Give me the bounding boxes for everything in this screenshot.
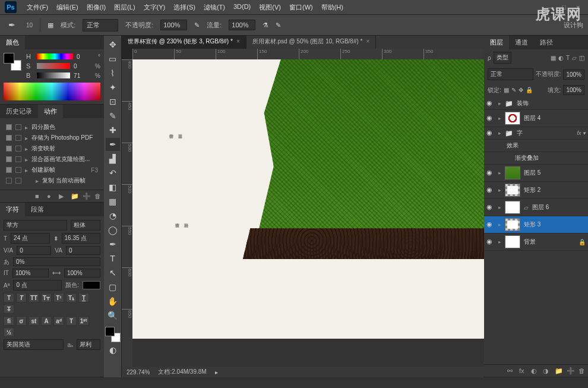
ligature-button[interactable]: fi	[4, 316, 14, 326]
brush-preset-icon[interactable]: ✒	[5, 18, 19, 31]
blend-mode-select[interactable]: 正常	[488, 68, 533, 80]
stylistic-button[interactable]: st	[29, 316, 39, 326]
antialias-select[interactable]: 犀利	[77, 339, 100, 350]
hue-slider[interactable]	[37, 53, 73, 59]
flow-input[interactable]: 100%	[229, 20, 255, 30]
tab-channels[interactable]: 通道	[509, 36, 534, 49]
eraser-tool[interactable]: ◧	[106, 181, 120, 194]
tab-layers[interactable]: 图层	[484, 36, 509, 49]
ornaments-button[interactable]: T	[66, 316, 77, 326]
action-dialog-toggle[interactable]	[15, 135, 21, 141]
eyedropper-tool[interactable]: ✎	[106, 109, 120, 122]
healing-tool[interactable]: ✚	[106, 124, 120, 137]
ruler-horizontal[interactable]: 050100150200250300350	[132, 49, 484, 59]
titling-button[interactable]: A	[41, 316, 52, 326]
blur-tool[interactable]: ◔	[106, 209, 120, 222]
layer-name[interactable]: 图层 5	[524, 169, 586, 177]
history-brush-tool[interactable]: ↶	[106, 166, 120, 179]
visibility-icon[interactable]	[486, 169, 495, 177]
group-icon[interactable]: 📁	[555, 367, 562, 374]
marquee-tool[interactable]: ▭	[106, 52, 120, 65]
pressure-opacity-icon[interactable]: ✎	[194, 21, 200, 29]
tracking-input[interactable]: 0	[66, 246, 100, 255]
filter-smart-icon[interactable]: ◫	[579, 55, 584, 61]
visibility-icon[interactable]	[486, 203, 495, 212]
link-icon[interactable]: ⚯	[507, 367, 514, 374]
layer-name[interactable]: 矩形 3	[524, 220, 586, 229]
layer-row[interactable]: ▸图层 4	[484, 110, 588, 127]
fraction-button[interactable]: ½	[4, 327, 14, 337]
oldstyle-button[interactable]: σ	[16, 316, 27, 326]
mask-icon[interactable]: ◐	[531, 367, 538, 374]
new-layer-icon[interactable]: ➕	[567, 367, 574, 374]
tab-character[interactable]: 字符	[0, 203, 25, 216]
menu-item[interactable]: 编辑(E)	[52, 3, 83, 12]
layer-row[interactable]: ▸▱图层 6	[484, 199, 588, 216]
lock-pixel-icon[interactable]: ✎	[511, 87, 516, 93]
fx-label[interactable]: fx ▾	[577, 130, 586, 136]
close-tab-icon[interactable]: ×	[366, 38, 369, 45]
tab-color[interactable]: 颜色	[0, 36, 25, 49]
font-weight-select[interactable]: 粗体	[71, 220, 100, 231]
menu-item[interactable]: 文字(Y)	[140, 3, 170, 12]
close-tab-icon[interactable]: ×	[236, 38, 240, 45]
layer-name[interactable]: 图层 6	[532, 203, 586, 212]
action-item[interactable]: ▸混合器画笔克隆绘图...	[4, 154, 100, 165]
filter-pixel-icon[interactable]: ▦	[551, 55, 556, 61]
document-tab[interactable]: 所用素材.psd @ 50% (图层 10, RGB/8#) *×	[246, 36, 377, 49]
layer-opacity-input[interactable]: 100%	[563, 70, 584, 80]
layer-row[interactable]: 渐变叠加	[484, 152, 588, 165]
layer-row[interactable]: ▸矩形 3	[484, 216, 588, 234]
layer-thumbnail[interactable]	[505, 201, 520, 214]
layer-name[interactable]: 渐变叠加	[515, 154, 539, 161]
h-value[interactable]: 0	[77, 53, 94, 60]
action-item[interactable]: ▸创建新帧F3	[4, 165, 100, 175]
layer-name[interactable]: 字	[517, 129, 573, 137]
menu-item[interactable]: 图层(L)	[110, 3, 139, 12]
layer-row[interactable]: ▸装饰	[484, 97, 588, 110]
layer-row[interactable]: ▸背景🔒	[484, 234, 588, 251]
layer-thumbnail[interactable]	[505, 235, 520, 248]
brush-tool[interactable]: ✒	[106, 138, 120, 151]
action-checkbox[interactable]	[6, 167, 12, 173]
action-dialog-toggle[interactable]	[15, 156, 21, 162]
layer-row[interactable]: 效果	[484, 140, 588, 152]
document-tab[interactable]: 世界杯宣传 @ 230% (矩形 3, RGB/8#) *×	[122, 36, 246, 49]
gradient-tool[interactable]: ▦	[106, 195, 120, 208]
kerning-input[interactable]: 0	[17, 246, 51, 255]
type-tool[interactable]: T	[106, 252, 120, 265]
color-spectrum[interactable]	[4, 83, 100, 100]
action-dialog-toggle[interactable]	[15, 167, 21, 173]
pen-tool[interactable]: ✒	[106, 238, 120, 251]
layer-name[interactable]: 背景	[524, 238, 575, 246]
bri-slider[interactable]	[37, 72, 70, 78]
filter-shape-icon[interactable]: ▱	[572, 55, 577, 61]
layer-name[interactable]: 矩形 2	[524, 186, 586, 194]
delete-icon[interactable]: 🗑	[578, 367, 586, 374]
leading-input[interactable]: 16.35 点	[62, 233, 100, 244]
lock-pos-icon[interactable]: ✥	[519, 87, 523, 93]
zoom-tool[interactable]: 🔍	[106, 309, 120, 322]
layer-thumbnail[interactable]	[505, 166, 520, 179]
menu-item[interactable]: 帮助(H)	[317, 3, 347, 12]
layer-thumbnail[interactable]	[505, 112, 520, 125]
airbrush-icon[interactable]: ⚗	[263, 21, 268, 29]
move-tool[interactable]: ✥	[106, 38, 120, 51]
workspace-label[interactable]: 设计狗	[564, 21, 583, 30]
menu-item[interactable]: 选择(S)	[169, 3, 200, 12]
visibility-icon[interactable]	[486, 186, 495, 194]
vscale-input[interactable]: 100%	[12, 269, 49, 277]
bold-button[interactable]: T	[4, 293, 14, 302]
action-item[interactable]: ▸四分颜色	[4, 122, 100, 133]
color-swatches[interactable]	[4, 53, 21, 71]
new-set-icon[interactable]: 📁	[71, 193, 78, 200]
trash-icon[interactable]: 🗑	[94, 193, 102, 200]
menu-item[interactable]: 图像(I)	[83, 3, 110, 12]
underline-button[interactable]: T	[78, 293, 89, 302]
font-size-input[interactable]: 24 点	[11, 233, 49, 244]
visibility-icon[interactable]	[486, 220, 495, 229]
maximize-button[interactable]: □	[562, 4, 569, 11]
ordinals-button[interactable]: aᵈ	[53, 316, 64, 326]
opacity-input[interactable]: 100%	[160, 20, 187, 30]
toggle-panels-icon[interactable]: ▦	[48, 21, 53, 29]
